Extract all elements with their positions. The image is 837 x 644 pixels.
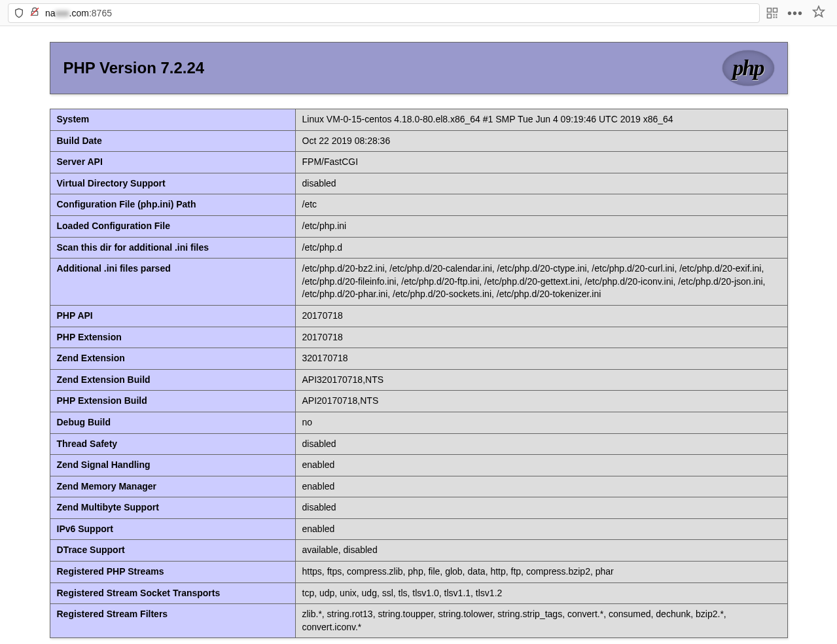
info-label: Build Date: [50, 130, 295, 152]
info-value: enabled: [295, 455, 787, 476]
info-value: zlib.*, string.rot13, string.toupper, st…: [295, 604, 787, 638]
info-value: /etc/php.ini: [295, 215, 787, 237]
table-row: Zend Signal Handlingenabled: [50, 455, 787, 476]
svg-rect-7: [773, 16, 774, 18]
php-logo: php: [722, 50, 774, 86]
url-host-suffix: .com: [69, 8, 89, 18]
table-row: Zend Memory Managerenabled: [50, 476, 787, 497]
info-value: enabled: [295, 476, 787, 497]
table-row: Server APIFPM/FastCGI: [50, 152, 787, 173]
table-row: SystemLinux VM-0-15-centos 4.18.0-80.el8…: [50, 109, 787, 131]
url-host-prefix: na: [45, 8, 56, 18]
url-text: naxxx.com:8765: [45, 8, 112, 18]
table-row: PHP API20170718: [50, 305, 787, 327]
info-label: PHP API: [50, 305, 295, 327]
info-value: 20170718: [295, 327, 787, 348]
table-row: Loaded Configuration File/etc/php.ini: [50, 215, 787, 237]
page-content: PHP Version 7.2.24 php SystemLinux VM-0-…: [0, 26, 837, 644]
address-bar[interactable]: naxxx.com:8765: [8, 3, 760, 23]
info-label: Loaded Configuration File: [50, 215, 295, 237]
info-label: Registered Stream Socket Transports: [50, 582, 295, 604]
svg-rect-8: [775, 16, 777, 18]
info-value: /etc/php.d/20-bz2.ini, /etc/php.d/20-cal…: [295, 259, 787, 306]
url-port: :8765: [89, 8, 112, 18]
table-row: Virtual Directory Supportdisabled: [50, 173, 787, 194]
qr-code-icon[interactable]: [766, 7, 778, 19]
browser-toolbar: naxxx.com:8765 •••: [0, 0, 837, 26]
info-label: Debug Build: [50, 412, 295, 433]
info-value: Oct 22 2019 08:28:36: [295, 130, 787, 152]
info-value: disabled: [295, 433, 787, 455]
table-row: Registered Stream Socket Transportstcp, …: [50, 582, 787, 604]
svg-rect-3: [773, 8, 777, 12]
info-value: /etc/php.d: [295, 237, 787, 259]
info-label: Registered Stream Filters: [50, 604, 295, 638]
table-row: Scan this dir for additional .ini files/…: [50, 237, 787, 259]
table-row: PHP Extension BuildAPI20170718,NTS: [50, 391, 787, 412]
table-row: Zend Extension BuildAPI320170718,NTS: [50, 369, 787, 391]
info-value: disabled: [295, 497, 787, 519]
info-value: /etc: [295, 194, 787, 216]
info-label: Virtual Directory Support: [50, 173, 295, 194]
insecure-connection-icon[interactable]: [29, 7, 40, 19]
info-value: API20170718,NTS: [295, 391, 787, 412]
info-label: Zend Extension Build: [50, 369, 295, 391]
info-label: Zend Multibyte Support: [50, 497, 295, 519]
phpinfo-header: PHP Version 7.2.24 php: [50, 42, 788, 94]
info-label: Server API: [50, 152, 295, 173]
info-value: API320170718,NTS: [295, 369, 787, 391]
info-label: Configuration File (php.ini) Path: [50, 194, 295, 216]
php-logo-text: php: [733, 56, 764, 80]
info-label: Zend Signal Handling: [50, 455, 295, 476]
svg-rect-5: [773, 14, 774, 15]
info-value: enabled: [295, 518, 787, 540]
svg-marker-9: [813, 7, 825, 17]
table-row: Build DateOct 22 2019 08:28:36: [50, 130, 787, 152]
info-value: Linux VM-0-15-centos 4.18.0-80.el8.x86_6…: [295, 109, 787, 131]
info-label: Zend Memory Manager: [50, 476, 295, 497]
page-actions-icon[interactable]: •••: [787, 7, 803, 20]
table-row: Thread Safetydisabled: [50, 433, 787, 455]
url-host-blurred: xxx: [56, 8, 69, 18]
tracking-protection-icon[interactable]: [14, 8, 24, 18]
info-value: 320170718: [295, 348, 787, 370]
info-label: DTrace Support: [50, 540, 295, 562]
table-row: Additional .ini files parsed/etc/php.d/2…: [50, 259, 787, 306]
info-value: disabled: [295, 173, 787, 194]
table-row: Zend Extension320170718: [50, 348, 787, 370]
info-label: Zend Extension: [50, 348, 295, 370]
info-label: Additional .ini files parsed: [50, 259, 295, 306]
info-value: available, disabled: [295, 540, 787, 562]
svg-rect-6: [775, 14, 777, 15]
php-version-title: PHP Version 7.2.24: [63, 59, 205, 77]
table-row: PHP Extension20170718: [50, 327, 787, 348]
table-row: Zend Multibyte Supportdisabled: [50, 497, 787, 519]
info-value: https, ftps, compress.zlib, php, file, g…: [295, 562, 787, 583]
svg-rect-4: [767, 14, 771, 18]
table-row: Debug Buildno: [50, 412, 787, 433]
info-label: System: [50, 109, 295, 131]
table-row: Configuration File (php.ini) Path/etc: [50, 194, 787, 216]
info-value: FPM/FastCGI: [295, 152, 787, 173]
phpinfo-table: SystemLinux VM-0-15-centos 4.18.0-80.el8…: [50, 109, 788, 638]
info-label: Scan this dir for additional .ini files: [50, 237, 295, 259]
table-row: DTrace Supportavailable, disabled: [50, 540, 787, 562]
info-label: Registered PHP Streams: [50, 562, 295, 583]
info-label: Thread Safety: [50, 433, 295, 455]
table-row: Registered PHP Streamshttps, ftps, compr…: [50, 562, 787, 583]
toolbar-right-icons: •••: [766, 5, 825, 20]
phpinfo-container: PHP Version 7.2.24 php SystemLinux VM-0-…: [50, 42, 788, 638]
table-row: Registered Stream Filterszlib.*, string.…: [50, 604, 787, 638]
info-label: PHP Extension Build: [50, 391, 295, 412]
info-label: IPv6 Support: [50, 518, 295, 540]
info-value: tcp, udp, unix, udg, ssl, tls, tlsv1.0, …: [295, 582, 787, 604]
table-row: IPv6 Supportenabled: [50, 518, 787, 540]
info-value: no: [295, 412, 787, 433]
bookmark-star-icon[interactable]: [812, 5, 825, 20]
info-label: PHP Extension: [50, 327, 295, 348]
svg-rect-2: [767, 8, 771, 12]
info-value: 20170718: [295, 305, 787, 327]
